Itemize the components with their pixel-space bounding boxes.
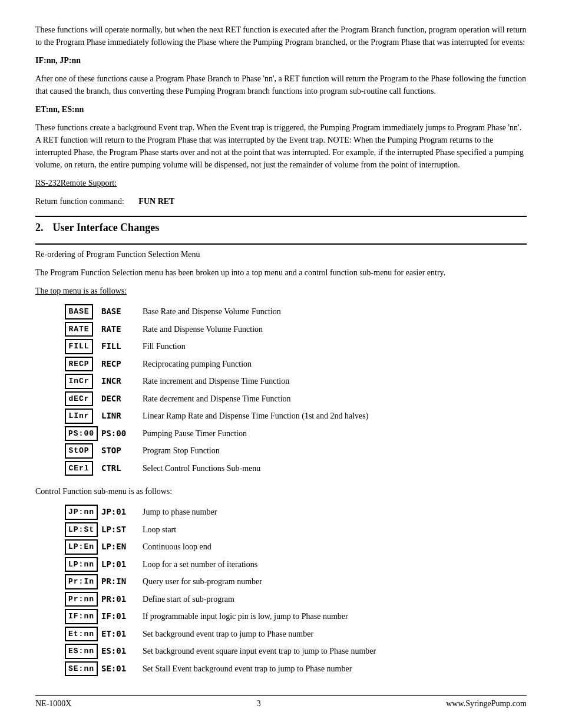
top-menu-row: CErl CTRL Select Control Functions Sub-m… xyxy=(35,460,527,477)
menu-desc: Jump to phase number xyxy=(143,503,527,521)
top-menu-row: LInr LINR Linear Ramp Rate and Dispense … xyxy=(35,407,527,425)
menu-code: RECP xyxy=(101,355,143,373)
menu-desc: Loop start xyxy=(143,521,527,539)
ctrl-menu-row: Pr:In PR:IN Query user for sub-program n… xyxy=(35,573,527,591)
top-menu-row: BASE BASE Base Rate and Dispense Volume … xyxy=(35,303,527,321)
ctrl-menu-row: LP:En LP:EN Continuous loop end xyxy=(35,538,527,556)
menu-code: LINR xyxy=(101,407,143,425)
ctrl-menu-row: Et:nn ET:01 Set background event trap to… xyxy=(35,625,527,643)
ifnn-label: IF:nn, JP:nn xyxy=(35,54,527,67)
page-footer: NE-1000X 3 www.SyringePump.com xyxy=(35,695,527,709)
lcd-display: LP:nn xyxy=(35,556,101,574)
lcd-display: SE:nn xyxy=(35,660,101,678)
menu-desc: Reciprocating pumping Function xyxy=(143,355,527,373)
ctrl-menu-row: ES:nn ES:01 Set background event square … xyxy=(35,643,527,660)
ctrl-menu-label: Control Function sub-menu is as follows: xyxy=(35,485,527,498)
lcd-display: FILL xyxy=(35,338,101,355)
lcd-display: LInr xyxy=(35,407,101,425)
top-divider xyxy=(35,216,527,217)
return-value: FUN RET xyxy=(138,197,174,206)
menu-code: PR:01 xyxy=(101,591,143,608)
lcd-display: ES:nn xyxy=(35,643,101,660)
lcd-display: LP:St xyxy=(35,521,101,539)
menu-desc: Select Control Functions Sub-menu xyxy=(143,460,527,477)
ctrl-menu-row: Pr:nn PR:01 Define start of sub-program xyxy=(35,591,527,608)
lcd-display: CErl xyxy=(35,460,101,477)
top-menu-row: RATE RATE Rate and Dispense Volume Funct… xyxy=(35,321,527,338)
lcd-display: RECP xyxy=(35,355,101,373)
section-number: 2. xyxy=(35,222,44,234)
lcd-display: Pr:In xyxy=(35,573,101,591)
rs232-label-text: RS-232Remote Support: xyxy=(35,179,117,187)
top-menu-label: The top menu is as follows: xyxy=(35,285,527,297)
menu-desc: Rate and Dispense Volume Function xyxy=(143,321,527,338)
menu-desc: Program Stop Function xyxy=(143,442,527,460)
menu-code: INCR xyxy=(101,373,143,390)
menu-desc: Loop for a set number of iterations xyxy=(143,556,527,574)
lcd-display: StOP xyxy=(35,442,101,460)
menu-code: SE:01 xyxy=(101,660,143,678)
reorder-text2: The Program Function Selection menu has … xyxy=(35,266,527,279)
ctrl-menu-row: SE:nn SE:01 Set Stall Event background e… xyxy=(35,660,527,678)
menu-code: LP:EN xyxy=(101,538,143,556)
menu-code: DECR xyxy=(101,390,143,408)
lcd-display: Et:nn xyxy=(35,625,101,643)
ifnn-text: After one of these functions cause a Pro… xyxy=(35,73,527,97)
lcd-display: JP:nn xyxy=(35,503,101,521)
intro-para1: These functions will operate normally, b… xyxy=(35,24,527,48)
rs232-label: RS-232Remote Support: xyxy=(35,177,527,189)
top-menu-row: PS:00 PS:00 Pumping Pause Timer Function xyxy=(35,425,527,443)
menu-code: LP:ST xyxy=(101,521,143,539)
menu-code: PS:00 xyxy=(101,425,143,443)
lcd-display: InCr xyxy=(35,373,101,390)
lcd-display: BASE xyxy=(35,303,101,321)
ctrl-menu-row: LP:St LP:ST Loop start xyxy=(35,521,527,539)
etnn-label: ET:nn, ES:nn xyxy=(35,103,527,116)
top-menu-row: StOP STOP Program Stop Function xyxy=(35,442,527,460)
menu-code: ES:01 xyxy=(101,643,143,660)
ctrl-menu-row: LP:nn LP:01 Loop for a set number of ite… xyxy=(35,556,527,574)
lcd-display: PS:00 xyxy=(35,425,101,443)
footer-center: 3 xyxy=(257,699,261,709)
top-menu-table: BASE BASE Base Rate and Dispense Volume … xyxy=(35,303,527,477)
menu-code: ET:01 xyxy=(101,625,143,643)
menu-code: PR:IN xyxy=(101,573,143,591)
footer-left: NE-1000X xyxy=(35,699,71,709)
menu-desc: Rate increment and Dispense Time Functio… xyxy=(143,373,527,390)
lcd-display: RATE xyxy=(35,321,101,338)
ctrl-menu-table: JP:nn JP:01 Jump to phase number LP:St L… xyxy=(35,503,527,677)
lcd-display: dECr xyxy=(35,390,101,408)
menu-code: JP:01 xyxy=(101,503,143,521)
menu-code: FILL xyxy=(101,338,143,355)
lcd-display: IF:nn xyxy=(35,608,101,625)
menu-desc: If programmable input logic pin is low, … xyxy=(143,608,527,625)
menu-code: BASE xyxy=(101,303,143,321)
return-function: Return function command: FUN RET xyxy=(35,195,527,207)
menu-desc: Query user for sub-program number xyxy=(143,573,527,591)
menu-desc: Continuous loop end xyxy=(143,538,527,556)
menu-desc: Set background event trap to jump to Pha… xyxy=(143,625,527,643)
menu-code: LP:01 xyxy=(101,556,143,574)
menu-code: STOP xyxy=(101,442,143,460)
ctrl-menu-row: JP:nn JP:01 Jump to phase number xyxy=(35,503,527,521)
menu-desc: Define start of sub-program xyxy=(143,591,527,608)
top-menu-row: dECr DECR Rate decrement and Dispense Ti… xyxy=(35,390,527,408)
return-label: Return function command: xyxy=(35,197,124,206)
menu-desc: Pumping Pause Timer Function xyxy=(143,425,527,443)
menu-desc: Base Rate and Dispense Volume Function xyxy=(143,303,527,321)
section-title: User Interface Changes xyxy=(53,222,160,234)
footer-right: www.SyringePump.com xyxy=(446,699,527,709)
menu-code: RATE xyxy=(101,321,143,338)
menu-desc: Set background event square input event … xyxy=(143,643,527,660)
menu-code: IF:01 xyxy=(101,608,143,625)
menu-code: CTRL xyxy=(101,460,143,477)
etnn-text: These functions create a background Even… xyxy=(35,121,527,171)
menu-desc: Linear Ramp Rate and Dispense Time Funct… xyxy=(143,407,527,425)
ctrl-menu-row: IF:nn IF:01 If programmable input logic … xyxy=(35,608,527,625)
top-menu-row: RECP RECP Reciprocating pumping Function xyxy=(35,355,527,373)
reorder-text1: Re-ordering of Program Function Selectio… xyxy=(35,248,527,261)
menu-desc: Fill Function xyxy=(143,338,527,355)
lcd-display: LP:En xyxy=(35,538,101,556)
menu-desc: Rate decrement and Dispense Time Functio… xyxy=(143,390,527,408)
menu-desc: Set Stall Event background event trap to… xyxy=(143,660,527,678)
